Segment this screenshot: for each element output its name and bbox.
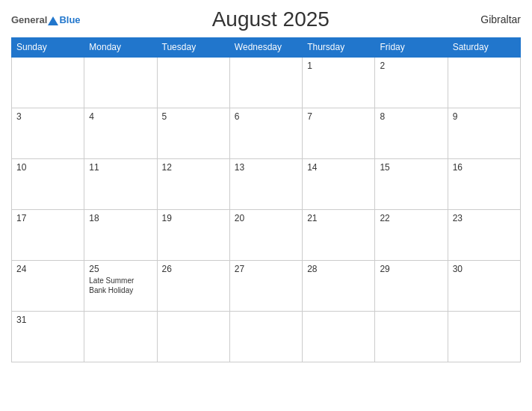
calendar-header: General Blue August 2025 Gibraltar bbox=[11, 7, 521, 31]
day-number: 28 bbox=[307, 264, 370, 274]
day-number: 12 bbox=[162, 162, 225, 173]
day-number: 8 bbox=[380, 111, 442, 122]
calendar-day-empty bbox=[375, 311, 448, 362]
col-tuesday: Tuesday bbox=[157, 38, 229, 58]
day-number: 11 bbox=[89, 162, 152, 173]
day-number: 31 bbox=[16, 315, 79, 325]
region-label: Gibraltar bbox=[461, 13, 521, 25]
day-number: 13 bbox=[235, 162, 297, 173]
day-number: 21 bbox=[307, 213, 370, 223]
calendar-day: 31 bbox=[12, 311, 84, 362]
calendar-day-empty bbox=[229, 311, 302, 362]
day-number: 7 bbox=[307, 111, 370, 122]
calendar-day: 29 bbox=[375, 260, 448, 311]
calendar-body: 1234567891011121314151617181920212223242… bbox=[12, 57, 521, 362]
calendar-day: 1 bbox=[303, 57, 375, 108]
calendar-day: 25Late Summer Bank Holiday bbox=[84, 260, 157, 311]
logo-blue-text: Blue bbox=[59, 14, 80, 25]
calendar-day: 20 bbox=[229, 209, 302, 260]
calendar-day-empty bbox=[12, 57, 84, 108]
day-number: 25 bbox=[89, 264, 152, 274]
calendar-day: 23 bbox=[448, 209, 520, 260]
calendar-page: General Blue August 2025 Gibraltar Sunda… bbox=[0, 0, 532, 411]
col-monday: Monday bbox=[84, 38, 157, 58]
day-number: 14 bbox=[307, 162, 370, 173]
day-number: 16 bbox=[453, 162, 516, 173]
calendar-day: 8 bbox=[375, 108, 448, 158]
day-number: 15 bbox=[380, 162, 442, 173]
calendar-title: August 2025 bbox=[81, 7, 461, 31]
calendar-table: Sunday Monday Tuesday Wednesday Thursday… bbox=[11, 37, 521, 362]
day-number: 23 bbox=[453, 213, 516, 223]
calendar-day: 11 bbox=[84, 158, 157, 209]
calendar-day: 15 bbox=[375, 158, 448, 209]
calendar-week-row: 10111213141516 bbox=[12, 158, 521, 209]
calendar-day: 27 bbox=[229, 260, 302, 311]
col-saturday: Saturday bbox=[448, 38, 520, 58]
calendar-week-row: 3456789 bbox=[12, 108, 521, 158]
day-number: 3 bbox=[16, 111, 79, 122]
calendar-day: 3 bbox=[12, 108, 84, 158]
calendar-day: 14 bbox=[303, 158, 375, 209]
logo-triangle-icon bbox=[48, 16, 58, 25]
calendar-day-empty bbox=[84, 57, 157, 108]
day-number: 26 bbox=[162, 264, 225, 274]
calendar-day: 19 bbox=[157, 209, 229, 260]
day-number: 17 bbox=[16, 213, 79, 223]
day-number: 9 bbox=[453, 111, 516, 122]
day-number: 19 bbox=[162, 213, 225, 223]
col-wednesday: Wednesday bbox=[229, 38, 302, 58]
calendar-day: 9 bbox=[448, 108, 520, 158]
calendar-day: 18 bbox=[84, 209, 157, 260]
calendar-day: 7 bbox=[303, 108, 375, 158]
calendar-week-row: 31 bbox=[12, 311, 521, 362]
calendar-day-empty bbox=[303, 311, 375, 362]
calendar-day-empty bbox=[157, 57, 229, 108]
calendar-day: 10 bbox=[12, 158, 84, 209]
day-number: 20 bbox=[235, 213, 297, 223]
calendar-week-row: 2425Late Summer Bank Holiday2627282930 bbox=[12, 260, 521, 311]
calendar-week-row: 12 bbox=[12, 57, 521, 108]
calendar-header-row: Sunday Monday Tuesday Wednesday Thursday… bbox=[12, 38, 521, 58]
calendar-day-empty bbox=[229, 57, 302, 108]
calendar-day: 30 bbox=[448, 260, 520, 311]
calendar-day: 22 bbox=[375, 209, 448, 260]
calendar-week-row: 17181920212223 bbox=[12, 209, 521, 260]
calendar-day: 4 bbox=[84, 108, 157, 158]
calendar-day: 26 bbox=[157, 260, 229, 311]
calendar-day: 13 bbox=[229, 158, 302, 209]
calendar-day: 16 bbox=[448, 158, 520, 209]
day-number: 29 bbox=[380, 264, 442, 274]
day-number: 10 bbox=[16, 162, 79, 173]
day-number: 5 bbox=[162, 111, 225, 122]
logo: General Blue bbox=[11, 14, 81, 25]
calendar-event: Late Summer Bank Holiday bbox=[89, 276, 152, 295]
logo-general-text: General bbox=[11, 14, 47, 25]
day-number: 18 bbox=[89, 213, 152, 223]
calendar-day: 2 bbox=[375, 57, 448, 108]
day-number: 27 bbox=[235, 264, 297, 274]
day-number: 4 bbox=[89, 111, 152, 122]
day-number: 30 bbox=[453, 264, 516, 274]
col-friday: Friday bbox=[375, 38, 448, 58]
calendar-day: 12 bbox=[157, 158, 229, 209]
calendar-day: 5 bbox=[157, 108, 229, 158]
day-number: 24 bbox=[16, 264, 79, 274]
col-sunday: Sunday bbox=[12, 38, 84, 58]
calendar-day: 21 bbox=[303, 209, 375, 260]
calendar-day: 6 bbox=[229, 108, 302, 158]
day-number: 6 bbox=[235, 111, 297, 122]
calendar-day: 28 bbox=[303, 260, 375, 311]
day-number: 22 bbox=[380, 213, 442, 223]
calendar-day-empty bbox=[448, 311, 520, 362]
calendar-day-empty bbox=[84, 311, 157, 362]
calendar-day: 17 bbox=[12, 209, 84, 260]
calendar-day: 24 bbox=[12, 260, 84, 311]
calendar-day-empty bbox=[157, 311, 229, 362]
col-thursday: Thursday bbox=[303, 38, 375, 58]
